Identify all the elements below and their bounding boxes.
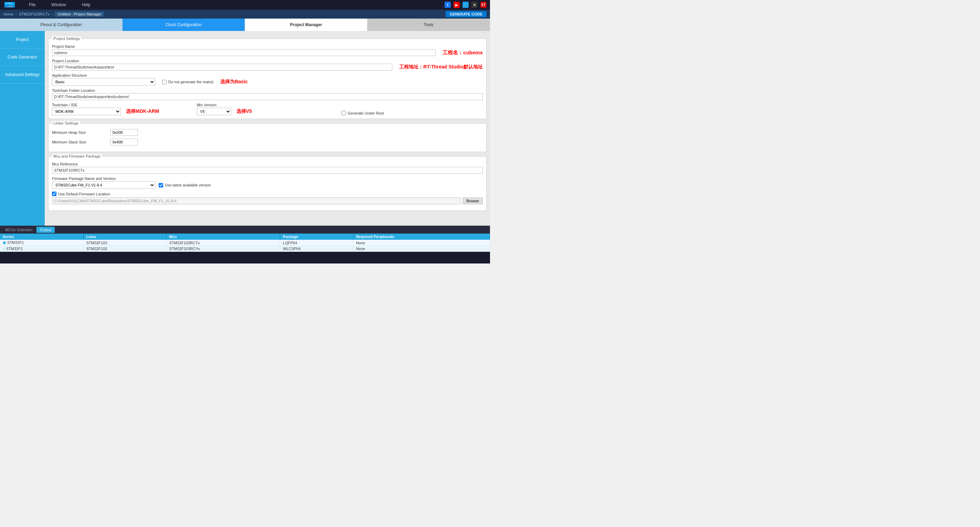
min-heap-row: Minimum Heap Size: [52, 129, 483, 136]
toolchain-ide-dropdown[interactable]: MDK-ARM: [52, 108, 121, 115]
do-not-generate-row: Do not generate the main(): [162, 80, 213, 84]
mcu-ref-row: Mcu Reference: [52, 162, 483, 174]
tab-pinout[interactable]: Pinout & Configuration: [0, 19, 123, 31]
menu-file[interactable]: File: [26, 1, 38, 9]
min-stack-row: Minimum Stack Size: [52, 139, 483, 146]
generate-under-root-checkbox[interactable]: [341, 111, 346, 115]
generate-root-col: Generate Under Root: [341, 105, 483, 115]
cell-package: LQFP64: [280, 240, 353, 246]
col-package: Package: [280, 233, 353, 240]
section-title-linker: Linker Settings: [52, 121, 80, 125]
main-layout: Project Code Generator Advanced Settings…: [0, 31, 490, 225]
do-not-generate-checkbox[interactable]: [162, 80, 167, 84]
sidebar-item-project[interactable]: Project: [0, 31, 45, 49]
logo-text: STM32 CubeMX: [5, 2, 15, 7]
project-location-input[interactable]: [52, 63, 392, 70]
st-icon[interactable]: ST: [480, 2, 487, 8]
menu-bar: STM32 CubeMX File Window Help f ▶ 🐦 ✕ ST: [0, 0, 490, 10]
annotation-basic: 选择为Basic: [220, 79, 247, 85]
project-name-row: Project Name 工程名：cubemx: [52, 44, 483, 56]
min-stack-label: Minimum Stack Size: [52, 140, 103, 144]
bottom-panel: MCUs Selection Output Series Lines Mcu P…: [0, 225, 490, 264]
use-latest-label: Use latest available version: [165, 183, 211, 187]
toolchain-ide-col: Toolchain / IDE MDK-ARM 选择MDK-ARM: [52, 103, 193, 115]
bottom-tab-mcus[interactable]: MCUs Selection: [2, 227, 36, 233]
use-default-firmware-row: Use Default Firmware Location: [52, 192, 483, 196]
sidebar-item-code-generator[interactable]: Code Generator: [0, 49, 45, 66]
section-title-project: Project Settings: [52, 37, 81, 41]
browse-button[interactable]: Browse: [463, 197, 483, 204]
project-location-row: Project Location 工程地址：RT-Thread Studio默认…: [52, 59, 483, 70]
col-series: Series: [0, 233, 83, 240]
breadcrumb-home[interactable]: Home: [3, 12, 13, 16]
toolchain-ide-row: Toolchain / IDE MDK-ARM 选择MDK-ARM Min Ve…: [52, 103, 483, 115]
cell-package: WLCSP64: [280, 246, 353, 252]
do-not-generate-label: Do not generate the main(): [168, 80, 213, 84]
use-latest-row: Use latest available version: [159, 183, 211, 187]
table-header-row: Series Lines Mcu Package Required Periph…: [0, 233, 490, 240]
twitter-icon[interactable]: 🐦: [463, 2, 469, 8]
col-lines: Lines: [83, 233, 166, 240]
col-mcu: Mcu: [166, 233, 280, 240]
firmware-dropdown[interactable]: STM32Cube FW_F1 V1.8.4: [52, 181, 155, 189]
mcu-ref-input[interactable]: [52, 167, 483, 174]
generate-code-button[interactable]: GENERATE CODE: [445, 11, 487, 17]
annotation-project-name: 工程名：cubemx: [442, 49, 483, 56]
project-location-label: Project Location: [52, 59, 483, 63]
section-title-mcu: Mcu and Firmware Package: [52, 154, 102, 158]
cell-series: ○ STM32F1: [0, 246, 83, 252]
min-version-label: Min Version: [197, 103, 338, 107]
project-name-input[interactable]: [52, 49, 436, 56]
toolchain-folder-input[interactable]: [52, 93, 483, 100]
use-latest-checkbox[interactable]: [159, 183, 163, 187]
facebook-icon[interactable]: f: [445, 2, 451, 8]
app-structure-dropdown[interactable]: Basic: [52, 78, 155, 86]
cell-lines: STM32F103: [83, 246, 166, 252]
tab-project-manager[interactable]: Project Manager: [245, 19, 368, 31]
project-name-label: Project Name: [52, 44, 483, 49]
cell-lines: STM32F103: [83, 240, 166, 246]
breadcrumb-mcu[interactable]: STM32F103RCTx: [19, 12, 49, 16]
firmware-path-input[interactable]: [52, 197, 461, 204]
breadcrumb-sep-1: ›: [16, 12, 17, 16]
min-version-dropdown[interactable]: V5: [197, 108, 231, 115]
content-area: Project Settings Project Name 工程名：cubemx…: [45, 31, 490, 225]
breadcrumb-project: Untitled - Project Manager: [55, 11, 104, 17]
github-icon[interactable]: ✕: [471, 2, 477, 8]
annotation-v5: 选择V5: [236, 108, 252, 114]
min-heap-input[interactable]: [110, 129, 138, 136]
menu-help[interactable]: Help: [79, 1, 93, 9]
use-default-firmware-checkbox[interactable]: [52, 192, 56, 196]
bottom-table-wrapper: Series Lines Mcu Package Required Periph…: [0, 233, 490, 252]
mcu-firmware-section: Mcu and Firmware Package Mcu Reference F…: [48, 156, 487, 211]
bottom-tabs: MCUs Selection Output: [0, 226, 490, 233]
cell-peripherals: None: [353, 246, 490, 252]
mcu-ref-label: Mcu Reference: [52, 162, 483, 166]
bottom-tab-output[interactable]: Output: [37, 227, 55, 233]
cell-mcu: STM32F103RCTx: [166, 240, 280, 246]
app-structure-row: Application Structure Basic Do not gener…: [52, 73, 483, 86]
default-firmware-row: Use Default Firmware Location Browse: [52, 192, 483, 204]
tab-clock[interactable]: Clock Configuration: [123, 19, 245, 31]
firmware-row: Firmware Package Name and Version STM32C…: [52, 176, 483, 189]
use-default-firmware-label: Use Default Firmware Location: [58, 192, 110, 196]
toolchain-ide-label: Toolchain / IDE: [52, 103, 193, 107]
youtube-icon[interactable]: ▶: [453, 2, 460, 8]
min-version-col: Min Version V5 选择V5: [197, 103, 338, 115]
app-logo: STM32 CubeMX: [3, 1, 16, 9]
content-wrapper: Project Settings Project Name 工程名：cubemx…: [48, 38, 487, 211]
tab-tools[interactable]: Tools: [368, 19, 490, 31]
breadcrumb-sep-2: ›: [52, 12, 53, 16]
min-heap-label: Minimum Heap Size: [52, 130, 103, 135]
breadcrumb-bar: Home › STM32F103RCTx › Untitled - Projec…: [0, 10, 490, 19]
sidebar-item-advanced-settings[interactable]: Advanced Settings: [0, 66, 45, 84]
table-row[interactable]: ◉ STM32F1 STM32F103 STM32F103RCTx LQFP64…: [0, 240, 490, 246]
cell-peripherals: None: [353, 240, 490, 246]
annotation-location: 工程地址：RT-Thread Studio默认地址: [399, 64, 483, 70]
min-stack-input[interactable]: [110, 139, 138, 146]
menu-right-icons: f ▶ 🐦 ✕ ST: [445, 2, 487, 8]
table-row[interactable]: ○ STM32F1 STM32F103 STM32F103RCYx WLCSP6…: [0, 246, 490, 252]
toolchain-folder-row: Toolchain Folder Location: [52, 89, 483, 100]
firmware-label: Firmware Package Name and Version: [52, 176, 483, 181]
menu-window[interactable]: Window: [49, 1, 69, 9]
